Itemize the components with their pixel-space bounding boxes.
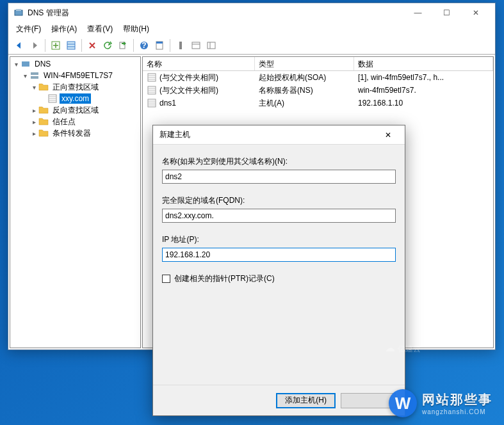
zone-icon [47,93,58,104]
tree-label: 正向查找区域 [51,81,101,93]
name-input[interactable] [162,170,396,184]
column-type[interactable]: 类型 [255,57,354,70]
column-data[interactable]: 数据 [354,57,493,70]
expand-icon[interactable]: ▸ [29,107,38,114]
record-icon [147,98,157,108]
tree-label: 条件转发器 [51,127,93,140]
svg-rect-10 [192,42,200,49]
menu-view[interactable]: 查看(V) [82,22,118,36]
close-button[interactable]: ✕ [461,4,490,22]
svg-rect-14 [31,76,38,79]
ptr-checkbox[interactable] [162,275,170,283]
ip-label: IP 地址(P): [162,234,396,245]
window-title: DNS 管理器 [28,8,403,19]
watermark-badge: W [389,389,417,417]
fqdn-label: 完全限定的域名(FQDN): [162,195,396,206]
tree-trust-points[interactable]: ▸ 信任点 [12,116,139,127]
titlebar: DNS 管理器 — ☐ ✕ [8,3,495,22]
folder-icon [38,116,49,127]
watermark-yun: ☁ 亿速云 [385,342,421,355]
list-view-button[interactable] [64,38,78,52]
ip-input[interactable] [162,248,396,262]
tree-server[interactable]: ▾ WIN-4FM59ETL7S7 [12,70,139,81]
toolbar-separator [81,39,82,52]
tree-conditional-forwarders[interactable]: ▸ 条件转发器 [12,127,139,139]
menu-help[interactable]: 帮助(H) [118,22,154,36]
menu-action[interactable]: 操作(A) [46,22,82,36]
svg-rect-13 [31,72,38,75]
cancel-button[interactable] [341,393,396,408]
server-icon [29,70,40,81]
watermark-sub: wangzhanshi.COM [422,408,492,415]
record-icon [147,85,157,95]
tree-forward-zones[interactable]: ▾ 正向查找区域 [12,81,139,93]
cell-data: win-4fm59etl7s7. [354,85,493,95]
new-button[interactable] [49,38,63,52]
tree-label: DNS [33,59,53,69]
list-header: 名称 类型 数据 [143,57,493,71]
dialog-titlebar: 新建主机 ✕ [153,125,405,145]
expand-icon[interactable]: ▾ [29,84,38,91]
cell-name: (与父文件夹相同) [159,85,218,96]
svg-rect-11 [207,42,215,49]
fqdn-input[interactable] [162,209,396,223]
menubar: 文件(F) 操作(A) 查看(V) 帮助(H) [8,22,495,36]
window-controls: — ☐ ✕ [403,4,490,22]
cell-name: dns1 [159,99,176,108]
folder-icon [38,82,49,92]
svg-rect-0 [15,10,22,15]
dialog-title: 新建主机 [159,129,378,140]
dns-icon [20,59,31,69]
export-button[interactable] [116,38,130,52]
expand-icon[interactable]: ▸ [29,130,38,137]
folder-icon [38,128,49,138]
dialog-footer: 添加主机(H) [153,385,405,415]
svg-rect-9 [179,42,182,49]
watermark-title: 网站那些事 [422,391,492,408]
pane2-button[interactable] [204,38,218,52]
properties-button[interactable] [152,38,167,52]
tree-zone-selected[interactable]: xxy.com [12,93,139,104]
svg-rect-8 [156,42,163,44]
cell-type: 起始授权机构(SOA) [255,72,354,84]
ptr-checkbox-row[interactable]: 创建相关的指针(PTR)记录(C) [162,273,396,284]
svg-rect-12 [22,61,29,67]
list-row[interactable]: (与父文件夹相同) 起始授权机构(SOA) [1], win-4fm59etl7… [143,71,493,84]
list-row[interactable]: dns1 主机(A) 192.168.1.10 [143,97,493,109]
maximize-button[interactable]: ☐ [432,4,461,22]
minimize-button[interactable]: — [403,4,432,22]
delete-button[interactable] [85,38,99,52]
toolbar-separator [133,39,134,52]
svg-text:?: ? [142,41,146,50]
column-name[interactable]: 名称 [143,57,255,70]
tree-label: 反向查找区域 [51,104,101,116]
tree-root[interactable]: ▾ DNS [12,58,139,70]
toolbar: ? [8,36,495,54]
tree-pane[interactable]: ▾ DNS ▾ WIN-4FM59ETL7S7 ▾ 正向查找区域 xxy.com… [10,56,141,348]
dialog-close-button[interactable]: ✕ [378,127,398,143]
pane-button[interactable] [189,38,203,52]
dialog-body: 名称(如果为空则使用其父域名称)(N): 完全限定的域名(FQDN): IP 地… [153,145,405,385]
forward-button[interactable] [28,38,42,52]
back-button[interactable] [12,38,26,52]
toolbar-separator [45,39,45,52]
filter-button[interactable] [174,38,188,52]
cell-type: 主机(A) [255,97,354,109]
refresh-button[interactable] [101,38,115,52]
ptr-label: 创建相关的指针(PTR)记录(C) [174,273,275,284]
add-host-button[interactable]: 添加主机(H) [276,393,336,408]
folder-icon [38,105,49,115]
cell-data: 192.168.1.10 [354,98,493,108]
tree-reverse-zones[interactable]: ▸ 反向查找区域 [12,104,139,116]
expand-icon[interactable]: ▾ [20,72,29,79]
name-label: 名称(如果为空则使用其父域名称)(N): [162,156,396,167]
help-button[interactable]: ? [137,38,151,52]
menu-file[interactable]: 文件(F) [11,22,46,36]
new-host-dialog: 新建主机 ✕ 名称(如果为空则使用其父域名称)(N): 完全限定的域名(FQDN… [152,125,405,416]
expand-icon[interactable]: ▸ [29,118,38,125]
expand-icon[interactable]: ▾ [12,61,20,68]
record-icon [147,72,157,83]
cell-name: (与父文件夹相同) [159,72,218,83]
watermark: W 网站那些事 wangzhanshi.COM [389,389,492,417]
list-row[interactable]: (与父文件夹相同) 名称服务器(NS) win-4fm59etl7s7. [143,84,493,97]
